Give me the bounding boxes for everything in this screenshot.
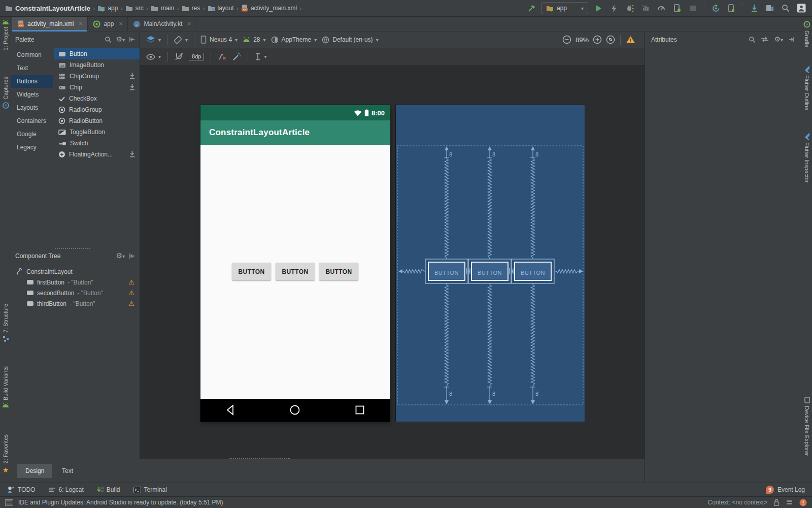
apply-changes-button[interactable]	[608, 3, 620, 14]
palette-category-legacy[interactable]: Legacy	[11, 141, 53, 154]
palette-item-radiobutton[interactable]: RadioButton	[54, 115, 140, 126]
zoom-fit-button[interactable]	[606, 35, 615, 44]
warning-icon[interactable]: ⚠	[128, 300, 134, 307]
search-everywhere-button[interactable]	[780, 3, 791, 14]
zoom-out-button[interactable]	[562, 35, 571, 44]
breadcrumb-layout[interactable]: layout	[208, 5, 234, 12]
close-icon[interactable]: ×	[79, 20, 82, 27]
tab-app[interactable]: app ×	[88, 17, 128, 31]
api-level-select[interactable]: 28 ▾	[243, 36, 265, 43]
device-preview[interactable]: 8:00 ConstraintLayoutArticle BUTTON BUTT…	[200, 105, 390, 422]
tool-button-gradle[interactable]: Gradle	[801, 21, 812, 47]
run-button[interactable]	[593, 3, 604, 14]
tool-button-terminal[interactable]: Terminal	[133, 486, 167, 493]
breadcrumb-app[interactable]: app	[97, 5, 118, 12]
palette-category-containers[interactable]: Containers	[11, 114, 53, 128]
tool-button-project[interactable]: 1: Project	[0, 20, 11, 50]
stop-button[interactable]	[687, 3, 698, 14]
close-icon[interactable]: ×	[187, 20, 191, 27]
palette-item-togglebutton[interactable]: ToggleButton	[54, 126, 140, 138]
default-margin-select[interactable]: 8dp	[189, 53, 204, 60]
theme-select[interactable]: AppTheme ▾	[271, 36, 317, 44]
sync-project-button[interactable]	[710, 3, 721, 14]
profile-avatar-button[interactable]	[796, 3, 807, 14]
palette-category-buttons[interactable]: Buttons	[11, 75, 53, 88]
palette-item-chipgroup[interactable]: ChipGroup	[54, 71, 140, 82]
project-structure-button[interactable]	[764, 3, 775, 14]
tool-button-structure[interactable]: 7: Structure	[0, 304, 11, 342]
gear-icon[interactable]: ⚙▾	[774, 36, 783, 44]
tab-mainactivity-kt[interactable]: MainActivity.kt ×	[128, 17, 196, 31]
palette-category-widgets[interactable]: Widgets	[11, 88, 53, 101]
clear-constraints-button[interactable]	[218, 53, 227, 61]
notification-alert-icon[interactable]	[799, 499, 807, 506]
hide-panel-right-icon[interactable]	[788, 37, 795, 43]
profile-button[interactable]	[640, 3, 651, 14]
attach-debugger-button[interactable]	[671, 3, 683, 14]
palette-category-common[interactable]: Common	[11, 48, 53, 61]
breadcrumb-main[interactable]: main	[151, 5, 174, 12]
device-select[interactable]: Nexus 4 ▾	[200, 36, 238, 44]
build-hammer-button[interactable]	[526, 3, 537, 14]
debug-button[interactable]	[624, 3, 635, 14]
breadcrumb-res[interactable]: res	[182, 5, 200, 12]
blueprint-preview[interactable]: 888888BUTTONBUTTONBUTTON	[396, 105, 585, 422]
lock-icon[interactable]	[773, 499, 780, 506]
tool-button-flutter-inspector[interactable]: Flutter Inspector	[801, 133, 812, 182]
tool-button-captures[interactable]: Captures	[0, 77, 11, 109]
palette-category-layouts[interactable]: Layouts	[11, 101, 53, 114]
autoconnect-toggle[interactable]	[175, 52, 183, 61]
tree-row-constraintlayout[interactable]: ConstraintLayout	[11, 266, 140, 277]
indexing-icon[interactable]	[786, 499, 793, 506]
palette-item-chip[interactable]: Chip	[54, 82, 140, 93]
orientation-select[interactable]: ▾	[174, 36, 188, 44]
run-configuration-select[interactable]: app ▾	[542, 2, 588, 14]
breadcrumb-file[interactable]: <> activity_main.xml	[241, 5, 297, 12]
first-button-widget[interactable]: BUTTON	[232, 263, 271, 280]
download-icon[interactable]	[129, 72, 136, 79]
search-icon[interactable]	[105, 36, 112, 43]
tab-activity-main-xml[interactable]: <> activity_main.xml ×	[12, 17, 88, 31]
gear-icon[interactable]: ⚙▾	[116, 36, 125, 44]
tool-button-device-file-explorer[interactable]: Device File Explorer	[801, 397, 812, 456]
tab-text[interactable]: Text	[54, 464, 81, 478]
tree-row-secondbutton[interactable]: secondButton- "Button" ⚠	[11, 288, 140, 298]
pack-align-button[interactable]: ▾	[255, 53, 266, 60]
palette-item-switch[interactable]: Switch	[54, 138, 140, 149]
tool-button-flutter-outline[interactable]: Flutter Outline	[801, 66, 812, 110]
tree-row-firstbutton[interactable]: firstButton- "Button" ⚠	[11, 277, 140, 288]
surface-mode-select[interactable]: ▾	[146, 36, 161, 44]
gear-icon[interactable]: ⚙▾	[116, 252, 125, 260]
palette-item-floatingactionbutton[interactable]: FloatingAction...	[54, 149, 140, 160]
breadcrumb-project[interactable]: ConstraintLayoutArticle	[5, 5, 90, 12]
palette-category-text[interactable]: Text	[11, 61, 53, 75]
palette-category-google[interactable]: Google	[11, 128, 53, 141]
palette-item-radiogroup[interactable]: RadioGroup	[54, 104, 140, 115]
palette-item-checkbox[interactable]: CheckBox	[54, 93, 140, 104]
palette-item-button[interactable]: Button	[54, 48, 140, 59]
tool-button-favorites[interactable]: 2: Favorites ★	[0, 434, 11, 474]
design-surface[interactable]: 8:00 ConstraintLayoutArticle BUTTON BUTT…	[140, 66, 645, 459]
breadcrumb-src[interactable]: src	[125, 5, 144, 12]
warning-icon[interactable]: ⚠	[128, 279, 134, 285]
download-icon[interactable]	[129, 150, 136, 157]
tool-button-build[interactable]: 0110 Build	[97, 486, 120, 494]
palette-item-imagebutton[interactable]: ImageButton	[54, 59, 140, 71]
search-icon[interactable]	[749, 36, 756, 43]
tool-button-todo[interactable]: TODO	[7, 486, 35, 493]
tree-row-thirdbutton[interactable]: thirdButton- "Button" ⚠	[11, 298, 140, 309]
third-button-widget[interactable]: BUTTON	[319, 263, 358, 280]
tool-button-event-log[interactable]: Event Log	[777, 486, 805, 493]
infer-constraints-button[interactable]	[232, 52, 241, 61]
swap-arrows-icon[interactable]	[761, 37, 769, 43]
sdk-manager-button[interactable]	[749, 3, 760, 14]
tab-design[interactable]: Design	[17, 464, 52, 478]
locale-select[interactable]: Default (en-us) ▾	[322, 36, 378, 44]
view-options-button[interactable]: ▾	[146, 54, 161, 60]
warning-icon[interactable]: ⚠	[128, 290, 134, 296]
download-icon[interactable]	[129, 83, 136, 90]
tool-button-build-variants[interactable]: Build Variants	[0, 366, 11, 407]
avd-manager-button[interactable]	[726, 3, 737, 14]
status-message[interactable]: IDE and Plugin Updates: Android Studio i…	[18, 499, 223, 506]
profiler-gauge-button[interactable]	[656, 3, 667, 14]
